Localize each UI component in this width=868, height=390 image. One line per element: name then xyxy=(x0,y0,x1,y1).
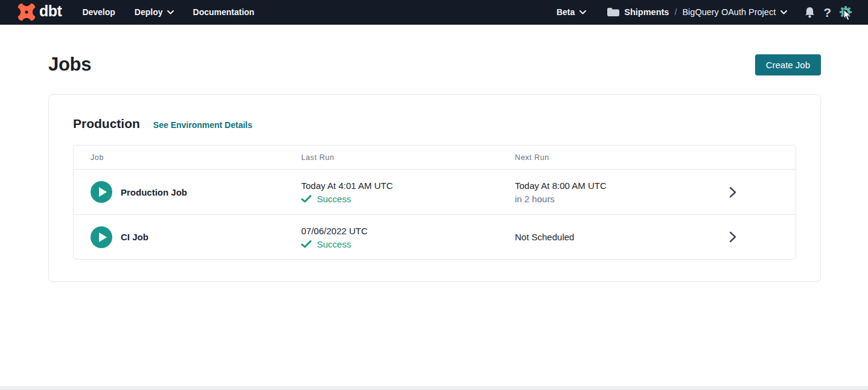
settings-gear-icon[interactable] xyxy=(839,5,852,19)
notifications-bell-icon[interactable] xyxy=(804,6,815,19)
chevron-down-icon xyxy=(579,10,586,14)
nav-item-deploy-label: Deploy xyxy=(135,7,163,17)
next-run-note: in 2 hours xyxy=(515,193,670,205)
nav-item-documentation-label: Documentation xyxy=(193,7,255,17)
last-run-cell: Today At 4:01 AM UTC Success xyxy=(301,180,515,204)
navbar-right: Beta Shipments / BigQuery OAuth Project xyxy=(557,5,852,19)
help-question-icon[interactable]: ? xyxy=(823,6,831,19)
play-icon xyxy=(99,187,107,197)
page-title: Jobs xyxy=(48,54,91,75)
chevron-right-icon[interactable] xyxy=(729,231,736,243)
nav-item-develop-label: Develop xyxy=(82,7,115,17)
folder-icon xyxy=(607,7,619,17)
last-run-time: 07/06/2022 UTC xyxy=(301,225,515,237)
last-run-status: Success xyxy=(301,194,515,204)
dbt-logo-text: dbt xyxy=(39,4,62,21)
run-job-play-button[interactable] xyxy=(91,181,112,203)
see-environment-details-link[interactable]: See Environment Details xyxy=(153,120,252,130)
job-cell: Production Job xyxy=(91,181,301,203)
environment-title: Production xyxy=(73,117,140,131)
page-header: Jobs Create Job xyxy=(0,54,868,75)
breadcrumb[interactable]: Shipments / BigQuery OAuth Project xyxy=(607,7,787,17)
jobs-table: Job Last Run Next Run Production Job Tod… xyxy=(73,145,796,260)
last-run-time: Today At 4:01 AM UTC xyxy=(301,180,515,191)
column-header-job: Job xyxy=(91,153,301,162)
column-header-next-run: Next Run xyxy=(515,153,670,162)
breadcrumb-environment[interactable]: BigQuery OAuth Project xyxy=(682,7,776,17)
job-cell: CI Job xyxy=(91,226,301,248)
next-run-cell: Not Scheduled xyxy=(515,231,670,243)
success-check-icon xyxy=(301,195,311,203)
status-badge: Success xyxy=(317,194,351,204)
chevron-down-icon xyxy=(780,10,787,14)
environment-header: Production See Environment Details xyxy=(73,117,796,131)
run-job-play-button[interactable] xyxy=(91,226,112,248)
nav-item-documentation[interactable]: Documentation xyxy=(193,7,255,17)
dbt-logo[interactable]: dbt xyxy=(16,2,62,22)
breadcrumb-separator: / xyxy=(674,7,677,17)
next-run-time: Today At 8:00 AM UTC xyxy=(515,180,670,191)
play-icon xyxy=(99,232,107,242)
chevron-right-icon[interactable] xyxy=(729,187,736,198)
job-name: Production Job xyxy=(121,187,187,197)
last-run-cell: 07/06/2022 UTC Success xyxy=(301,225,515,249)
next-run-cell: Today At 8:00 AM UTC in 2 hours xyxy=(515,180,670,205)
job-name: CI Job xyxy=(121,232,148,242)
create-job-button[interactable]: Create Job xyxy=(755,54,821,75)
breadcrumb-project[interactable]: Shipments xyxy=(624,7,669,17)
bottom-page-edge xyxy=(0,386,868,390)
status-badge: Success xyxy=(317,239,351,249)
row-open-cell xyxy=(670,187,796,198)
table-row-ci-job[interactable]: CI Job 07/06/2022 UTC Success Not Schedu… xyxy=(74,214,796,259)
nav-item-develop[interactable]: Develop xyxy=(82,7,115,17)
beta-label: Beta xyxy=(557,7,575,17)
chevron-down-icon xyxy=(167,10,174,14)
row-open-cell xyxy=(670,231,796,243)
column-header-last-run: Last Run xyxy=(301,153,515,162)
beta-dropdown[interactable]: Beta xyxy=(557,7,586,17)
environment-card: Production See Environment Details Job L… xyxy=(48,94,821,282)
last-run-status: Success xyxy=(301,239,515,249)
dbt-logo-icon xyxy=(16,2,37,22)
primary-nav: Develop Deploy Documentation xyxy=(82,7,254,17)
table-row-production-job[interactable]: Production Job Today At 4:01 AM UTC Succ… xyxy=(74,170,796,214)
success-check-icon xyxy=(301,240,311,248)
jobs-table-header: Job Last Run Next Run xyxy=(74,145,796,170)
nav-item-deploy[interactable]: Deploy xyxy=(135,7,174,17)
top-navbar: dbt Develop Deploy Documentation Beta Sh… xyxy=(0,0,868,25)
next-run-time: Not Scheduled xyxy=(515,231,670,243)
navbar-icon-cluster: ? xyxy=(804,5,852,19)
